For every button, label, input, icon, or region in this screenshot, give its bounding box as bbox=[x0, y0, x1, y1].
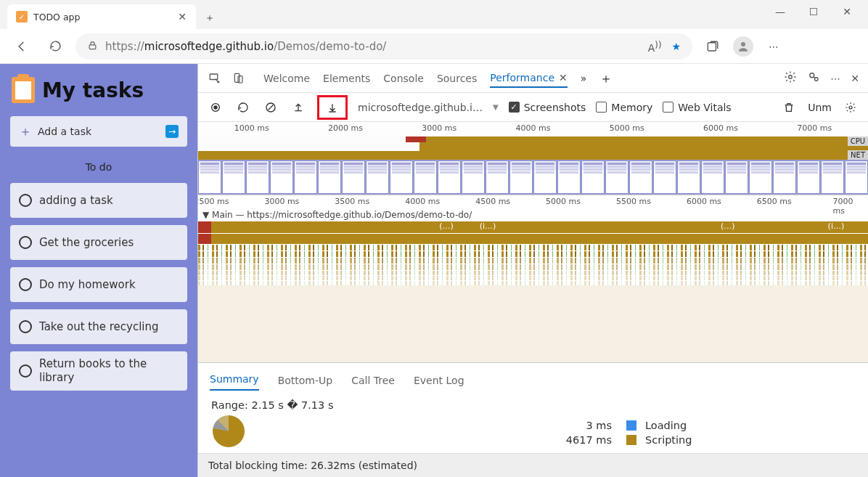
donut-chart-icon bbox=[213, 415, 245, 447]
close-icon[interactable]: ✕ bbox=[176, 10, 189, 23]
menu-button[interactable]: ⋯ bbox=[761, 33, 787, 60]
checkbox-icon[interactable] bbox=[19, 278, 32, 291]
tab-sources[interactable]: Sources bbox=[437, 70, 477, 87]
feedback-icon[interactable] bbox=[807, 70, 820, 86]
address-bar: https://microsoftedge.github.io/Demos/de… bbox=[0, 29, 868, 64]
svg-rect-3 bbox=[210, 74, 218, 80]
legend-row: 3 msLoading bbox=[458, 418, 855, 433]
checkbox-icon[interactable] bbox=[19, 194, 32, 207]
tab-bottom-up[interactable]: Bottom-Up bbox=[278, 370, 333, 391]
reload-button[interactable] bbox=[234, 99, 252, 116]
checkbox-icon[interactable] bbox=[19, 236, 32, 249]
legend-row: 4617 msScripting bbox=[458, 433, 855, 447]
lock-icon bbox=[87, 40, 98, 53]
close-icon[interactable]: ✕ bbox=[559, 72, 568, 83]
inspect-icon[interactable] bbox=[207, 70, 223, 86]
devtools-panel: Welcome Elements Console Sources Perform… bbox=[197, 64, 868, 477]
close-window-button[interactable]: ✕ bbox=[830, 0, 864, 23]
maximize-button[interactable]: ☐ bbox=[797, 0, 830, 23]
url-field[interactable]: https://microsoftedge.github.io/Demos/de… bbox=[75, 33, 692, 60]
overflow-text: Unm bbox=[808, 102, 832, 113]
svg-rect-5 bbox=[238, 76, 242, 82]
gear-icon[interactable] bbox=[784, 70, 797, 86]
browser-tab-bar: ✓ TODO app ✕ ＋ — ☐ ✕ bbox=[0, 0, 868, 29]
checkbox-icon[interactable] bbox=[19, 320, 32, 333]
profile-name[interactable]: microsoftedge.github.i… bbox=[358, 102, 483, 113]
range-text: Range: 2.15 s � 7.13 s bbox=[211, 399, 855, 411]
list-item[interactable]: Do my homework bbox=[10, 267, 187, 302]
record-button[interactable] bbox=[207, 99, 224, 116]
cpu-track bbox=[198, 136, 868, 151]
submit-icon[interactable]: → bbox=[165, 125, 179, 138]
svg-point-7 bbox=[810, 73, 814, 78]
clear-button[interactable] bbox=[262, 99, 279, 116]
svg-point-10 bbox=[213, 105, 217, 109]
svg-rect-1 bbox=[708, 42, 716, 50]
flame-chart[interactable]: 2500 ms3000 ms3500 ms4000 ms4500 ms5000 … bbox=[198, 195, 868, 362]
read-aloud-icon[interactable]: A)) bbox=[648, 39, 662, 54]
list-heading: To do bbox=[10, 154, 187, 176]
add-task-label: Add a task bbox=[38, 126, 91, 137]
collections-button[interactable] bbox=[700, 33, 726, 60]
favorite-icon[interactable]: ★ bbox=[671, 41, 681, 52]
device-toggle-icon[interactable] bbox=[230, 70, 246, 86]
performance-toolbar: microsoftedge.github.i… ▼ ✓Screenshots M… bbox=[198, 93, 868, 122]
list-item[interactable]: Get the groceries bbox=[10, 225, 187, 260]
flame-rows: (…) (i…) (…) (i…) bbox=[198, 221, 868, 285]
refresh-button[interactable] bbox=[42, 33, 68, 60]
clipboard-icon bbox=[12, 77, 35, 103]
minimize-button[interactable]: — bbox=[763, 0, 797, 23]
svg-rect-4 bbox=[234, 73, 239, 82]
settings-gear-icon[interactable] bbox=[842, 99, 859, 116]
tab-elements[interactable]: Elements bbox=[323, 70, 370, 87]
tab-call-tree[interactable]: Call Tree bbox=[351, 370, 395, 391]
more-icon[interactable]: ⋯ bbox=[830, 73, 840, 84]
devtools-tabs: Welcome Elements Console Sources Perform… bbox=[198, 64, 868, 93]
svg-point-2 bbox=[741, 42, 745, 46]
webvitals-checkbox[interactable]: Web Vitals bbox=[663, 102, 731, 113]
cpu-label: CPU bbox=[848, 136, 868, 146]
svg-point-6 bbox=[789, 76, 793, 79]
browser-tab[interactable]: ✓ TODO app ✕ bbox=[7, 4, 196, 29]
tab-welcome[interactable]: Welcome bbox=[263, 70, 310, 87]
timeline-overview[interactable]: 1000 ms2000 ms3000 ms4000 ms5000 ms6000 … bbox=[198, 122, 868, 195]
new-tab-button[interactable]: ＋ bbox=[199, 7, 221, 29]
main-thread-label[interactable]: ▼ Main — https://microsoftedge.github.io… bbox=[198, 208, 868, 221]
list-item[interactable]: Take out the recycling bbox=[10, 309, 187, 344]
tab-title: TODO app bbox=[33, 12, 170, 23]
demo-page: My tasks ＋ Add a task → To do adding a t… bbox=[0, 64, 197, 477]
more-tabs-icon[interactable]: » bbox=[581, 73, 587, 84]
close-devtools-button[interactable]: ✕ bbox=[851, 73, 859, 84]
blocking-time-footer: Total blocking time: 26.32ms (estimated) bbox=[198, 453, 868, 477]
url-text: https://microsoftedge.github.io/Demos/de… bbox=[105, 40, 386, 53]
plus-icon: ＋ bbox=[19, 123, 32, 140]
delete-icon[interactable] bbox=[780, 99, 798, 116]
tab-summary[interactable]: Summary bbox=[210, 369, 259, 391]
screenshot-filmstrip bbox=[198, 160, 868, 195]
detail-panel: Summary Bottom-Up Call Tree Event Log Ra… bbox=[198, 362, 868, 477]
list-item[interactable]: Return books to the library bbox=[10, 351, 187, 391]
add-task-button[interactable]: ＋ Add a task → bbox=[10, 116, 187, 147]
tab-event-log[interactable]: Event Log bbox=[414, 370, 464, 391]
tab-performance[interactable]: Performance✕ bbox=[490, 69, 567, 88]
net-track bbox=[198, 151, 868, 160]
page-title: My tasks bbox=[42, 78, 144, 102]
net-label: NET bbox=[848, 150, 868, 160]
tab-console[interactable]: Console bbox=[383, 70, 424, 87]
upload-button[interactable] bbox=[290, 99, 307, 116]
list-item[interactable]: adding a task bbox=[10, 183, 187, 218]
svg-rect-0 bbox=[89, 44, 96, 49]
download-button[interactable] bbox=[317, 95, 348, 120]
profile-button[interactable] bbox=[733, 36, 753, 57]
checkbox-icon[interactable] bbox=[19, 364, 32, 378]
memory-checkbox[interactable]: Memory bbox=[596, 102, 652, 113]
chevron-down-icon[interactable]: ▼ bbox=[493, 103, 499, 111]
tab-favicon-icon: ✓ bbox=[16, 11, 28, 23]
screenshots-checkbox[interactable]: ✓Screenshots bbox=[509, 102, 586, 113]
back-button[interactable] bbox=[9, 33, 35, 60]
add-tab-button[interactable]: ＋ bbox=[599, 70, 613, 87]
svg-point-12 bbox=[849, 106, 852, 109]
